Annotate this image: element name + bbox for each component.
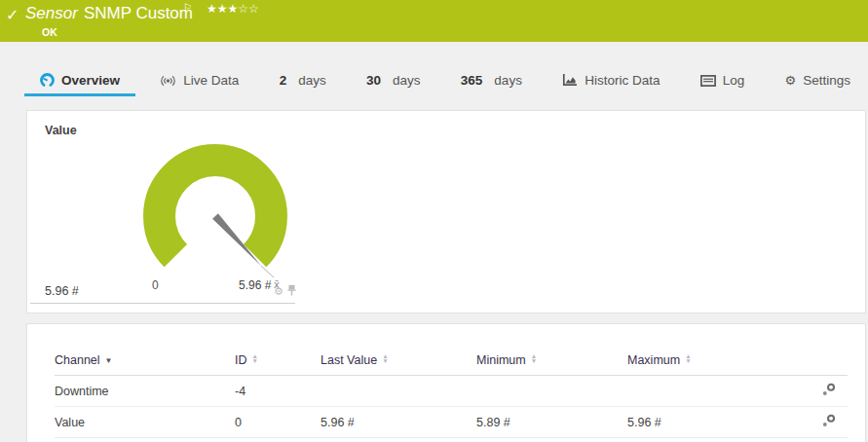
column-header-id[interactable]: ID▲▼: [235, 353, 321, 376]
tab-30-days-label: days: [393, 73, 421, 88]
tab-log-label: Log: [723, 73, 745, 88]
tab-2-days[interactable]: 2 days: [264, 68, 342, 96]
tab-2-days-number: 2: [280, 73, 287, 88]
stars-empty: ☆☆: [238, 2, 259, 16]
tab-365-days-label: days: [494, 73, 522, 88]
channels-table: Channel▼ ID▲▼ Last Value▲▼ Minimum▲▼ Max…: [55, 353, 848, 438]
column-header-channel[interactable]: Channel▼: [55, 353, 235, 376]
tab-historic-data-label: Historic Data: [585, 73, 660, 88]
gauge-min-label: 0: [152, 278, 159, 292]
sensor-title-name: SNMP Custom: [84, 4, 193, 22]
table-row-value[interactable]: Value 0 5.96 # 5.89 # 5.96 #: [55, 407, 848, 438]
gauge-cell-divider: [30, 303, 295, 304]
column-header-id-label: ID: [235, 353, 247, 367]
gauge-icon: [40, 73, 55, 88]
tab-365-days[interactable]: 365 days: [445, 68, 538, 96]
gauge-settings-gear-icon[interactable]: ⚙: [274, 286, 283, 297]
tab-30-days[interactable]: 30 days: [351, 68, 436, 96]
channel-settings-icon[interactable]: [822, 386, 836, 399]
cell-minimum: 5.89 #: [476, 407, 627, 438]
sensor-title-prefix: Sensor: [25, 4, 78, 22]
cell-last-value: 5.96 #: [321, 407, 476, 438]
gauge-mean-line: [261, 266, 274, 277]
priority-stars[interactable]: ★★★☆☆: [207, 2, 259, 16]
channels-panel: Channel▼ ID▲▼ Last Value▲▼ Minimum▲▼ Max…: [26, 323, 866, 442]
sort-icon: ▲▼: [531, 353, 537, 363]
gauge-max-label: 5.96 #: [239, 278, 271, 292]
cell-maximum: 5.96 #: [627, 407, 774, 438]
gauge-panel: Value x̄ 0 5.96 # 5.96 # ⚙: [26, 110, 866, 313]
tab-overview[interactable]: Overview: [24, 68, 135, 96]
live-data-icon: [160, 75, 176, 87]
stars-filled: ★★★: [207, 2, 238, 16]
tab-historic-data[interactable]: Historic Data: [547, 68, 675, 96]
tab-settings[interactable]: ⚙ Settings: [770, 68, 866, 96]
area-chart-icon: [562, 74, 578, 87]
cell-id: 0: [235, 407, 321, 438]
gauge-ring: [160, 161, 272, 256]
value-gauge: x̄: [118, 142, 313, 293]
tab-30-days-number: 30: [366, 73, 381, 88]
sort-icon: ▲▼: [685, 353, 691, 363]
sort-icon: ▲▼: [382, 353, 388, 363]
column-header-last-value-label: Last Value: [321, 353, 377, 367]
tab-overview-label: Overview: [61, 73, 120, 88]
column-header-minimum-label: Minimum: [476, 353, 526, 367]
status-badge: OK: [42, 26, 57, 38]
gear-icon: ⚙: [785, 73, 797, 88]
gauge-pin-icon[interactable]: [287, 282, 296, 300]
column-header-channel-label: Channel: [55, 353, 100, 367]
cell-id: -4: [235, 376, 321, 407]
sensor-header: ✓ SensorSNMP Custom ⚐ ★★★☆☆ OK: [0, 0, 868, 42]
tab-log[interactable]: Log: [685, 68, 761, 96]
column-header-maximum[interactable]: Maximum▲▼: [627, 353, 774, 376]
tab-live-data-label: Live Data: [183, 73, 239, 88]
gauge-current-value: 5.96 #: [45, 284, 79, 298]
tab-365-days-number: 365: [461, 73, 483, 88]
cell-last-value: [321, 376, 476, 407]
tab-bar: Overview Live Data 2 days 30 days 365 da…: [0, 68, 868, 98]
column-header-maximum-label: Maximum: [627, 353, 680, 367]
tab-live-data[interactable]: Live Data: [144, 68, 254, 96]
cell-channel: Downtime: [55, 376, 235, 407]
table-row-downtime[interactable]: Downtime -4: [55, 376, 848, 407]
sort-desc-icon: ▼: [105, 356, 113, 365]
gauge-title: Value: [45, 124, 77, 137]
table-header-row: Channel▼ ID▲▼ Last Value▲▼ Minimum▲▼ Max…: [55, 353, 848, 376]
tab-settings-label: Settings: [803, 73, 850, 88]
column-header-actions: [774, 353, 848, 376]
column-header-minimum[interactable]: Minimum▲▼: [476, 353, 627, 376]
sort-icon: ▲▼: [252, 353, 258, 363]
cell-maximum: [627, 376, 774, 407]
cell-channel: Value: [55, 407, 235, 438]
column-header-last-value[interactable]: Last Value▲▼: [321, 353, 476, 376]
cell-minimum: [476, 376, 627, 407]
ok-check-icon: ✓: [6, 6, 19, 24]
gauge-toolbar: ⚙: [274, 282, 296, 300]
sensor-title: SensorSNMP Custom: [25, 4, 193, 23]
log-icon: [700, 75, 716, 87]
channel-settings-icon[interactable]: [822, 417, 836, 430]
tab-2-days-label: days: [298, 73, 326, 88]
flag-icon[interactable]: ⚐: [183, 2, 192, 13]
